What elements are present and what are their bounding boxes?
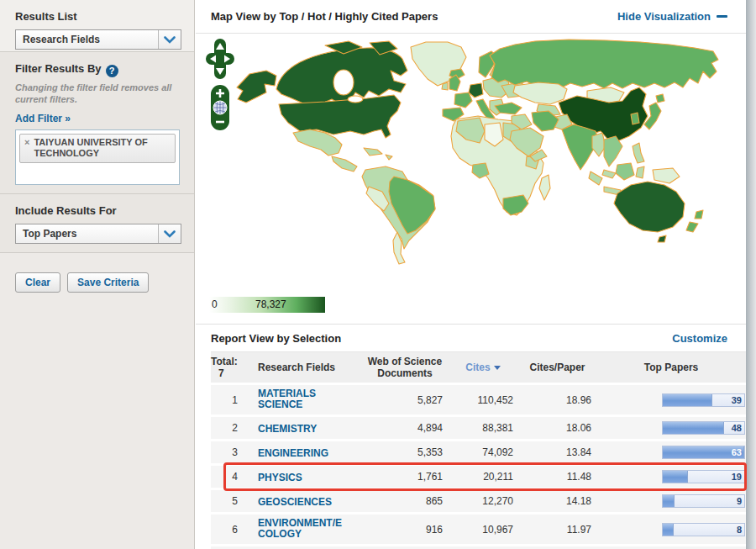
chevron-down-icon[interactable] [158,30,181,49]
top-papers-bar-fill [663,495,675,507]
customize-link[interactable]: Customize [672,332,727,345]
hide-visualization-link[interactable]: Hide Visualization [617,10,727,23]
research-field-link[interactable]: GEOSCIENCES [258,497,349,508]
map-country-kazakhstan [513,82,567,104]
map-country-indonesia-sumatra [589,172,602,185]
include-results-heading: Include Results For [15,204,181,217]
total-count-header: Total: 7 [211,352,244,383]
cites-value: 12,270 [448,492,518,510]
documents-value: 916 [362,520,448,539]
results-list-section: Results List Research Fields [0,0,194,52]
map-view-header: Map View by Top / Hot / Highly Cited Pap… [196,0,746,34]
map-region-central-america [332,156,357,172]
top-papers-bar-label: 48 [732,423,742,433]
map-zoom-control[interactable] [210,84,230,131]
column-header-research-fields: Research Fields [244,358,362,377]
filter-section: Filter Results By? Changing the filter f… [0,52,194,194]
top-papers-cell: 9 [596,491,746,511]
world-map-panel [196,34,746,291]
top-papers-cell: 19 [596,467,746,487]
sidebar: Results List Research Fields Filter Resu… [0,0,195,549]
include-results-dropdown-value: Top Papers [16,228,158,240]
row-rank: 5 [211,492,244,510]
research-field-link[interactable]: PHYSICS [258,472,349,483]
top-papers-cell: 63 [596,442,746,462]
map-hudson-bay [333,70,354,95]
legend-max-value: 78,327 [255,298,286,310]
map-country-indonesia-borneo [616,163,634,180]
documents-value: 5,827 [362,391,448,409]
cites-value: 110,452 [448,391,518,409]
map-country-tasmania [658,235,666,242]
top-papers-bar-label: 8 [737,525,742,535]
top-papers-bar-fill [663,471,688,483]
cites-sort-link[interactable]: Cites [465,362,490,373]
results-list-dropdown[interactable]: Research Fields [15,29,181,50]
help-icon[interactable]: ? [106,65,118,77]
cites-per-paper-value: 18.96 [518,391,596,409]
top-papers-cell: 8 [596,520,746,540]
add-filter-link[interactable]: Add Filter » [15,113,71,124]
sort-descending-icon[interactable] [494,366,501,370]
research-field-link[interactable]: ENVIRONMENT/ECOLOGY [258,518,349,540]
world-choropleth-map[interactable] [199,37,741,286]
cites-value: 88,381 [448,419,518,437]
row-rank: 2 [211,419,244,437]
filter-tag: × TAIYUAN UNIVERSITY OF TECHNOLOGY [19,134,176,163]
documents-value: 4,894 [362,419,448,437]
chevron-down-icon[interactable] [158,224,181,243]
report-view-title: Report View by Selection [211,332,672,345]
map-country-new-zealand [686,210,703,232]
cites-per-paper-value: 18.06 [518,419,596,437]
filter-note: Changing the filter field removes all cu… [15,82,176,106]
include-results-dropdown[interactable]: Top Papers [15,224,181,244]
esi-application-window: Results List Research Fields Filter Resu… [0,0,756,549]
cites-per-paper-value: 14.18 [518,492,596,510]
map-legend-row: 0 78,327 [196,291,746,325]
filter-heading-label: Filter Results By [15,62,102,75]
top-papers-bar-track: 48 [662,421,745,435]
map-view-title: Map View by Top / Hot / Highly Cited Pap… [211,10,617,23]
map-country-france [454,92,472,108]
choropleth-scale: 0 78,327 [209,297,325,313]
column-header-documents: Web of Science Documents [362,356,448,379]
research-field-link[interactable]: MATERIALS SCIENCE [258,388,349,410]
report-view-header: Report View by Selection Customize [196,325,746,351]
window-edge-shading [746,0,756,549]
cites-value: 20,211 [448,467,518,486]
filter-tag-label: TAIYUAN UNIVERSITY OF TECHNOLOGY [34,137,170,159]
column-header-top-papers: Top Papers [596,362,746,373]
map-country-usa [279,95,401,138]
map-country-indonesia-sulawesi [636,166,644,178]
map-country-south-africa [503,195,528,215]
table-row: 2 CHEMISTRY 4,894 88,381 18.06 48 [211,417,746,441]
top-papers-bar-fill [663,422,724,434]
table-row: 3 ENGINEERING 5,353 74,092 13.84 63 [211,441,746,466]
documents-value: 865 [362,492,448,510]
save-criteria-button[interactable]: Save Criteria [67,272,149,293]
map-country-australia [614,182,685,232]
table-row: 6 ENVIRONMENT/ECOLOGY 916 10,967 11.97 8 [211,515,746,546]
main-content: Map View by Top / Hot / Highly Cited Pap… [196,0,746,549]
table-row: 4 PHYSICS 1,761 20,211 11.48 19 [211,466,746,490]
minus-icon [717,15,727,18]
cites-value: 74,092 [448,443,518,462]
table-header-row: Total: 7 Research Fields Web of Science … [211,351,746,385]
clear-button[interactable]: Clear [15,272,60,293]
top-papers-bar-fill [663,394,712,406]
total-value: 7 [211,367,238,379]
research-field-link[interactable]: CHEMISTRY [258,424,349,435]
map-country-philippines [633,143,644,163]
map-pan-control[interactable] [206,39,234,81]
top-papers-bar-track: 19 [662,470,745,483]
map-country-papua-new-guinea [653,168,680,183]
top-papers-bar-label: 9 [737,496,742,506]
research-field-link[interactable]: ENGINEERING [258,448,349,459]
top-papers-cell: 48 [596,418,746,438]
top-papers-bar-track: 9 [662,494,745,508]
remove-filter-icon[interactable]: × [24,137,29,159]
map-great-lakes [348,96,363,103]
top-papers-bar-fill [663,524,674,536]
map-country-madagascar [539,175,550,200]
row-rank: 3 [211,443,244,462]
